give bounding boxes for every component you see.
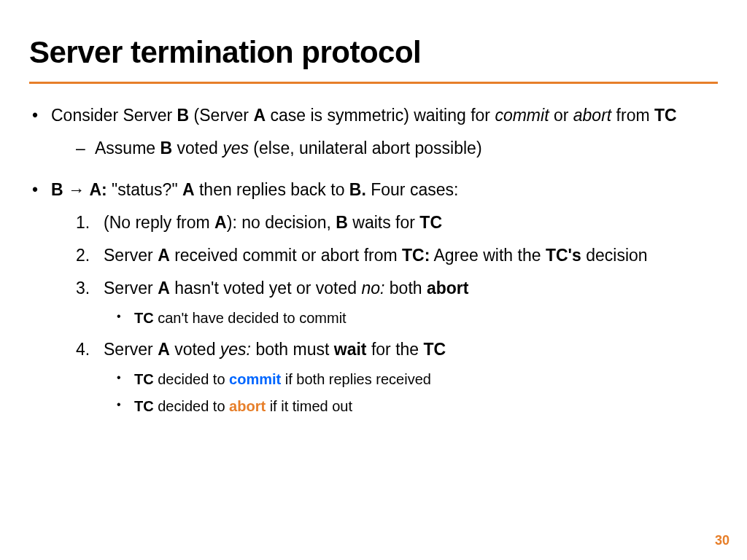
text-bold: TC (419, 213, 442, 232)
text-bold: B (160, 139, 172, 158)
text-bold: B (51, 180, 63, 199)
text: ): no decision, (227, 213, 336, 232)
text-commit: commit (229, 371, 281, 387)
text-bold: TC (654, 106, 677, 125)
text: Assume (95, 139, 160, 158)
case-1: (No reply from A): no decision, B waits … (51, 211, 718, 234)
page-number: 30 (715, 533, 729, 548)
case-2: Server A received commit or abort from T… (51, 244, 718, 267)
text-bold: A (253, 106, 266, 125)
text: decision (581, 246, 648, 265)
arrow-icon: → (63, 180, 90, 199)
text: if it timed out (266, 398, 352, 414)
case-3: Server A hasn't voted yet or voted no: b… (51, 277, 718, 328)
case-3-sub: TC can't have decided to commit (104, 308, 718, 328)
text: decided to (154, 371, 229, 387)
text: decided to (154, 398, 229, 414)
text-bold: B (177, 106, 190, 125)
text-italic: yes: (220, 340, 251, 359)
text: received commit or abort from (170, 246, 402, 265)
text: (else, unilateral abort possible) (249, 139, 482, 158)
case-4: Server A voted yes: both must wait for t… (51, 338, 718, 416)
text: Agree with the (430, 246, 546, 265)
text-bold: A: (89, 180, 107, 199)
text: from (611, 106, 654, 125)
slide-body: Consider Server B (Server A case is symm… (29, 104, 718, 416)
text: for the (367, 340, 424, 359)
text-bold: A (214, 213, 227, 232)
bullet-1-sub: Assume B voted yes (else, unilateral abo… (51, 137, 718, 160)
text-bold: A (158, 246, 170, 265)
text-bold: B. (349, 180, 366, 199)
slide-title: Server termination protocol (29, 35, 718, 70)
text-bold: TC (134, 310, 154, 326)
bullet-2: B → A: "status?" A then replies back to … (29, 179, 718, 416)
text-bold: TC's (546, 246, 581, 265)
text: case is symmetric) waiting for (266, 106, 495, 125)
text-italic: yes (222, 139, 249, 158)
text: (Server (189, 106, 253, 125)
text-bold: wait (334, 340, 367, 359)
case-4-sub-1: TC decided to commit if both replies rec… (104, 370, 718, 389)
text: hasn't voted yet or voted (170, 279, 362, 298)
text: or (549, 106, 573, 125)
title-rule (29, 82, 718, 84)
text: then replies back to (195, 180, 349, 199)
text: Consider Server (51, 106, 177, 125)
text: "status?" (107, 180, 182, 199)
text-bold: B (336, 213, 348, 232)
text: both (384, 279, 427, 298)
text: can't have decided to commit (154, 310, 347, 326)
text: voted (170, 340, 220, 359)
text: waits for (348, 213, 419, 232)
text-bold: A (158, 340, 170, 359)
text: Four cases: (366, 180, 459, 199)
text: Server (104, 246, 158, 265)
text-italic: abort (573, 106, 611, 125)
text-bold: TC: (402, 246, 430, 265)
text: voted (172, 139, 222, 158)
text-italic: no: (361, 279, 384, 298)
text-italic: commit (495, 106, 549, 125)
text-abort: abort (229, 398, 266, 414)
text: (No reply from (104, 213, 214, 232)
bullet-1: Consider Server B (Server A case is symm… (29, 104, 718, 160)
text: if both replies received (281, 371, 431, 387)
text-bold: abort (427, 279, 469, 298)
case-4-sub-2: TC decided to abort if it timed out (104, 397, 718, 416)
slide: Server termination protocol Consider Ser… (0, 0, 747, 560)
text-bold: A (182, 180, 195, 199)
text-bold: TC (134, 371, 154, 387)
text-bold: A (158, 279, 170, 298)
text-bold: TC (134, 398, 154, 414)
text: Server (104, 340, 158, 359)
text: both must (251, 340, 334, 359)
text: Server (104, 279, 158, 298)
text-bold: TC (424, 340, 446, 359)
